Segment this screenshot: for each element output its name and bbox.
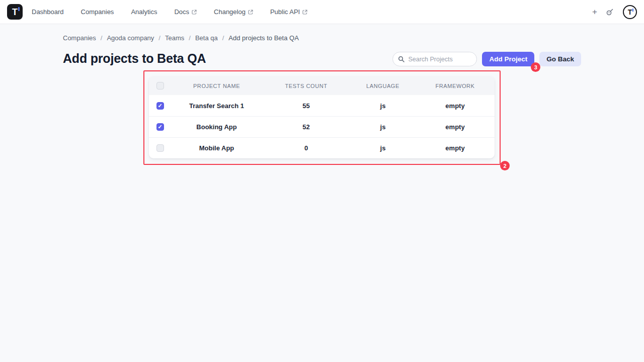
logo-letter: T <box>12 8 18 17</box>
annotation-badge-2: 2 <box>500 161 510 170</box>
row-checkbox[interactable] <box>156 102 164 110</box>
project-name: Transfer Search 1 <box>171 102 262 110</box>
top-navigation: T Dashboard Companies Analytics Docs Cha… <box>0 0 644 24</box>
table-row: Transfer Search 1 55 js empty <box>149 95 495 116</box>
language: js <box>350 102 416 110</box>
nav-item-public-api[interactable]: Public API <box>270 8 307 16</box>
external-link-icon <box>248 10 253 15</box>
nav-search-icon[interactable] <box>606 8 614 16</box>
breadcrumb-companies[interactable]: Companies <box>63 34 96 42</box>
column-header-language: Language <box>350 83 416 89</box>
header-checkbox-cell <box>149 82 171 89</box>
add-project-label: Add Project <box>489 55 527 63</box>
breadcrumb-separator: / <box>189 34 191 42</box>
nav-item-docs[interactable]: Docs <box>174 8 197 16</box>
column-header-project-name: Project Name <box>171 83 262 89</box>
search-projects-input[interactable] <box>408 56 468 63</box>
nav-actions: + T <box>592 5 637 19</box>
external-link-icon <box>192 10 197 15</box>
row-checkbox-cell <box>149 144 171 152</box>
nav-item-label: Public API <box>270 8 300 16</box>
plus-icon[interactable]: + <box>592 8 597 16</box>
breadcrumb-separator: / <box>158 34 160 42</box>
nav-item-label: Companies <box>81 8 114 16</box>
avatar-accent-mark <box>632 9 633 12</box>
nav-item-companies[interactable]: Companies <box>81 8 114 16</box>
nav-item-analytics[interactable]: Analytics <box>131 8 157 16</box>
search-icon <box>398 56 405 62</box>
framework: empty <box>416 144 495 152</box>
breadcrumb-teams[interactable]: Teams <box>165 34 184 42</box>
column-header-tests-count: Tests Count <box>262 83 350 89</box>
search-projects-box[interactable] <box>392 52 477 66</box>
nav-menu: Dashboard Companies Analytics Docs Chang… <box>32 8 307 16</box>
row-checkbox-cell <box>149 123 171 131</box>
project-name: Booking App <box>171 123 262 131</box>
nav-item-label: Changelog <box>214 8 246 16</box>
nav-item-label: Analytics <box>131 8 157 16</box>
framework: empty <box>416 123 495 131</box>
nav-item-label: Dashboard <box>32 8 64 16</box>
projects-table: Project Name Tests Count Language Framew… <box>149 76 495 158</box>
nav-item-changelog[interactable]: Changelog <box>214 8 253 16</box>
breadcrumb-beta-qa[interactable]: Beta qa <box>195 34 218 42</box>
breadcrumb-agoda-company[interactable]: Agoda company <box>107 34 154 42</box>
page-title: Add projects to Beta QA <box>63 51 206 66</box>
tests-count: 0 <box>262 144 350 152</box>
go-back-button[interactable]: Go Back <box>539 52 581 66</box>
app-logo[interactable]: T <box>7 4 23 20</box>
annotation-badge-3: 3 <box>531 62 540 72</box>
go-back-label: Go Back <box>546 55 574 63</box>
table-header-row: Project Name Tests Count Language Framew… <box>149 76 495 95</box>
row-checkbox[interactable] <box>156 123 164 131</box>
user-avatar[interactable]: T <box>623 5 637 19</box>
language: js <box>350 123 416 131</box>
avatar-letter: T <box>628 9 632 16</box>
breadcrumb: Companies / Agoda company / Teams / Beta… <box>63 34 299 42</box>
table-row: Mobile App 0 js empty <box>149 137 495 158</box>
row-checkbox-cell <box>149 102 171 110</box>
row-checkbox[interactable] <box>156 144 164 152</box>
select-all-checkbox[interactable] <box>156 82 164 89</box>
project-name: Mobile App <box>171 144 262 152</box>
breadcrumb-current-page: Add projects to Beta QA <box>228 34 298 42</box>
language: js <box>350 144 416 152</box>
nav-item-dashboard[interactable]: Dashboard <box>32 8 64 16</box>
column-header-framework: Framework <box>416 83 495 89</box>
tests-count: 55 <box>262 102 350 110</box>
add-project-button[interactable]: Add Project 3 <box>482 52 534 66</box>
logo-accent-mark <box>18 7 20 11</box>
table-row: Booking App 52 js empty <box>149 116 495 137</box>
toolbar: Add Project 3 Go Back <box>392 52 581 66</box>
breadcrumb-separator: / <box>222 34 224 42</box>
nav-item-label: Docs <box>174 8 189 16</box>
framework: empty <box>416 102 495 110</box>
breadcrumb-separator: / <box>101 34 103 42</box>
tests-count: 52 <box>262 123 350 131</box>
external-link-icon <box>302 10 307 15</box>
